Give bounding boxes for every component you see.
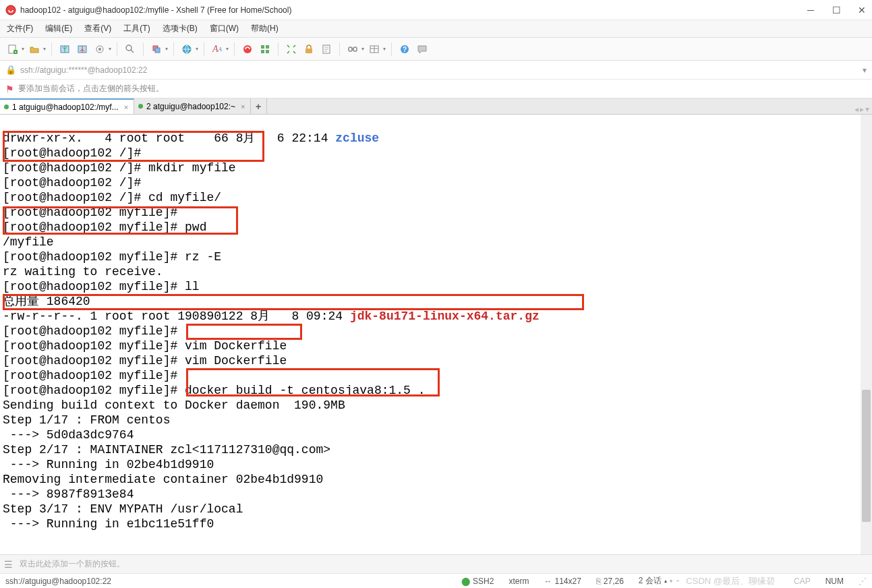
address-bar[interactable]: 🔒 ssh://atguigu:******@hadoop102:22 ▾ [0, 61, 872, 80]
tab-close-icon[interactable]: × [124, 103, 128, 111]
term-line: [root@hadoop102 myfile]# [3, 206, 177, 219]
status-dot-icon [4, 105, 9, 109]
minimize-button[interactable]: ─ [806, 5, 815, 15]
button-bar[interactable]: ☰ 双击此处添加一个新的按钮。 [0, 554, 872, 573]
close-button[interactable]: ✕ [857, 5, 867, 15]
address-dropdown-icon[interactable]: ▾ [863, 65, 867, 75]
menu-tab[interactable]: 选项卡(B) [163, 23, 198, 34]
status-proto: ⬤SSH2 [461, 577, 494, 586]
term-line: ---> 5d0da3dc9764 [3, 428, 134, 442]
chat-icon[interactable] [415, 42, 430, 57]
globe-icon[interactable] [179, 42, 194, 57]
tab-list-icon[interactable]: ▾ [865, 105, 869, 114]
menu-file[interactable]: 文件(F) [7, 23, 33, 34]
tab-label: 1 atguigu@hadoop102:/myf... [12, 102, 119, 112]
status-bar: ssh://atguigu@hadoop102:22 ⬤SSH2 xterm ↔… [0, 573, 872, 588]
link-icon[interactable] [345, 42, 360, 57]
status-pos: ⎘27,26 [596, 577, 624, 586]
font-icon[interactable]: AA [210, 42, 225, 57]
term-line: Step 2/17 : MAINTAINER zcl<1171127310@qq… [3, 443, 330, 457]
copy-icon[interactable] [149, 42, 164, 57]
annotation-box [186, 324, 302, 340]
send-icon[interactable] [57, 42, 72, 57]
status-address: ssh://atguigu@hadoop102:22 [5, 577, 111, 586]
grid-icon[interactable] [258, 42, 272, 57]
term-line: 总用量 186420 [3, 295, 90, 308]
menu-edit[interactable]: 编辑(E) [45, 23, 72, 34]
expand-icon[interactable] [284, 42, 299, 57]
term-line: ---> Running in 02be4b1d9910 [3, 458, 214, 471]
term-line: -rw-r--r--. 1 root root 190890122 8月 8 0… [3, 310, 350, 323]
term-line: [root@hadoop102 myfile]# [3, 369, 177, 382]
menu-window[interactable]: 窗口(W) [210, 23, 239, 34]
term-line: Sending build context to Docker daemon 1… [3, 399, 345, 412]
lock-icon[interactable] [301, 42, 316, 57]
tab-add-button[interactable]: + [251, 98, 267, 114]
term-line: [root@hadoop102 myfile]# rz -E [3, 250, 221, 264]
term-line: [root@hadoop102 /]# cd myfile/ [3, 191, 221, 204]
doc-icon[interactable] [319, 42, 334, 57]
svg-rect-15 [266, 50, 269, 53]
tab-label: 2 atguigu@hadoop102:~ [146, 102, 235, 111]
flag-icon: ⚑ [5, 84, 14, 94]
lock-small-icon: 🔒 [5, 65, 16, 75]
status-num: NUM [825, 577, 844, 586]
term-dir: zcluse [335, 131, 379, 145]
menu-view[interactable]: 查看(V) [84, 23, 111, 34]
term-line: [root@hadoop102 myfile]# vim Dockerfile [3, 339, 287, 353]
term-line: [root@hadoop102 myfile]# vim Dockerfile [3, 354, 287, 368]
search-icon[interactable] [123, 42, 138, 57]
tab-close-icon[interactable]: × [241, 102, 245, 111]
status-termtype: xterm [508, 577, 529, 586]
term-line: drwxr-xr-x. 4 root root 66 8月 6 22:14 [3, 131, 335, 145]
term-line: Step 3/17 : ENV MYPATH /usr/local [3, 502, 243, 516]
props-icon[interactable] [92, 42, 107, 57]
scrollbar[interactable] [861, 115, 872, 554]
status-dot-icon [138, 104, 143, 109]
menu-help[interactable]: 帮助(H) [251, 23, 279, 34]
status-size: ↔114x27 [544, 577, 581, 586]
watermark: CSDN @最后、聊缘碧 [686, 575, 775, 587]
button-bar-hint: 双击此处添加一个新的按钮。 [20, 558, 125, 570]
menu-icon[interactable]: ☰ [4, 559, 13, 570]
titlebar: hadoop102 - atguigu@hadoop102:/myfile - … [0, 0, 872, 20]
term-line: Removing intermediate container 02be4b1d… [3, 473, 323, 486]
term-line: ---> Running in e1bc11e51ff0 [3, 517, 214, 531]
svg-text:?: ? [403, 46, 407, 53]
toolbar: ▾ ▾ ▾ ▾ ▾ AA▾ ▾ ▾ ? [0, 38, 872, 61]
term-line: [root@hadoop102 /]# [3, 146, 141, 160]
terminal[interactable]: drwxr-xr-x. 4 root root 66 8月 6 22:14 zc… [0, 115, 872, 554]
address-text: ssh://atguigu:******@hadoop102:22 [20, 65, 147, 75]
term-file-highlight: jdk-8u171-linux-x64.tar.gz [350, 310, 540, 323]
term-line: [root@hadoop102 myfile]# ll [3, 280, 200, 293]
help-icon[interactable]: ? [397, 42, 412, 57]
new-file-icon[interactable] [5, 42, 20, 57]
open-icon[interactable] [27, 42, 42, 57]
table-icon[interactable] [367, 42, 382, 57]
svg-rect-13 [266, 45, 269, 49]
tab-session-2[interactable]: 2 atguigu@hadoop102:~ × [134, 98, 251, 114]
svg-point-11 [243, 45, 252, 53]
term-line: [root@hadoop102 /]# [3, 176, 141, 189]
resize-grip-icon[interactable]: ⋰ [859, 577, 867, 586]
refresh-icon[interactable] [240, 42, 255, 57]
scrollbar-thumb[interactable] [862, 390, 871, 522]
hint-bar: ⚑ 要添加当前会话，点击左侧的箭头按钮。 [0, 80, 872, 98]
status-sessions: 2 会话 ▴ ＋ － [639, 575, 680, 587]
tab-next-icon[interactable]: ▸ [860, 105, 864, 114]
app-icon [5, 5, 16, 16]
window-title: hadoop102 - atguigu@hadoop102:/myfile - … [20, 5, 806, 15]
term-line: /myfile [3, 235, 54, 249]
menu-tools[interactable]: 工具(T) [123, 23, 150, 34]
maximize-button[interactable]: ☐ [832, 5, 841, 15]
status-cap: CAP [794, 577, 811, 586]
tab-session-1[interactable]: 1 atguigu@hadoop102:/myf... × [0, 98, 134, 114]
recv-icon[interactable] [75, 42, 90, 57]
tab-prev-icon[interactable]: ◂ [854, 105, 859, 114]
svg-rect-16 [306, 49, 312, 53]
term-line: [root@hadoop102 /]# mkdir myfile [3, 161, 236, 175]
svg-rect-12 [261, 45, 264, 49]
svg-rect-9 [155, 48, 160, 53]
hint-text: 要添加当前会话，点击左侧的箭头按钮。 [18, 83, 164, 94]
term-line: [root@hadoop102 myfile]# docker build -t… [3, 384, 426, 397]
